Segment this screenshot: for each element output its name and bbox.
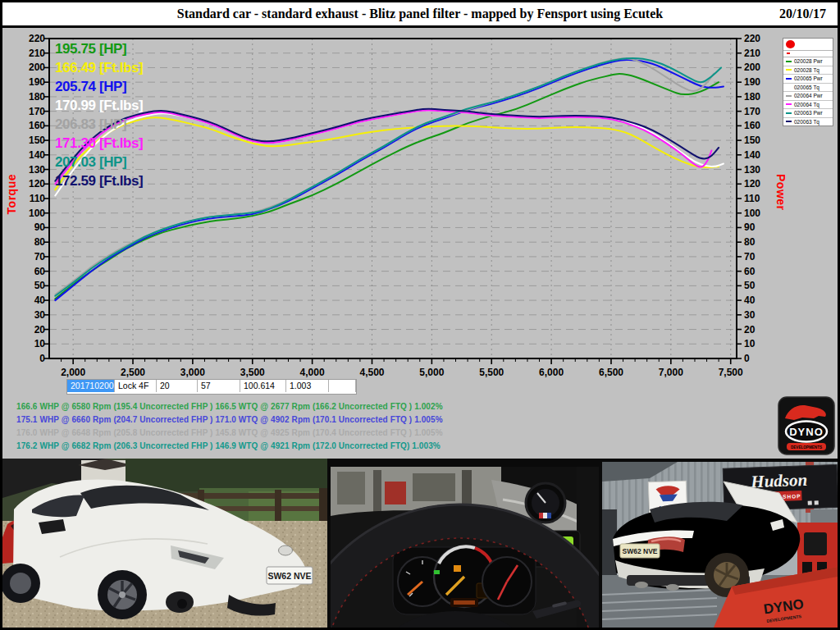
torque-tick-label: 150	[22, 135, 45, 146]
legend-item-020064-pwr[interactable]: 020064 Pwr	[783, 92, 833, 101]
torque-tick-label: 200	[22, 62, 45, 73]
rpm-tick-label: 7,500	[705, 367, 757, 378]
legend-item-label: 020064 Pwr	[794, 93, 823, 98]
torque-tick-label: 160	[22, 120, 45, 131]
legend-item-020064-tq[interactable]: 020064 Tq	[783, 101, 833, 110]
power-tick-label: 130	[744, 164, 767, 176]
legend-dash-icon	[786, 61, 792, 62]
gauge-stripe-white	[543, 513, 547, 518]
logo-sub: DEVELOPMENTS	[791, 445, 822, 450]
power-tick-label: 20	[744, 324, 767, 336]
torque-tick-label: 190	[22, 76, 45, 88]
fog-lamp	[177, 599, 187, 609]
workshop-post	[373, 470, 381, 513]
rpm-tick-label: 5,500	[465, 367, 518, 378]
summary-cell-0[interactable]: 20171020061	[67, 380, 115, 392]
torque-tick-label: 80	[22, 236, 45, 248]
rpm-tick-label: 6,000	[525, 367, 578, 378]
peak-readout-020064-tq: 171.30 [Ft.lbs]	[55, 134, 143, 153]
cabinet-panel	[804, 532, 827, 555]
torque-tick-label: 70	[22, 251, 45, 262]
torque-tick-label: 0	[22, 353, 45, 364]
torque-tick-label: 180	[22, 91, 45, 103]
summary-cell-6[interactable]	[329, 380, 356, 392]
peak-readout-020065-pwr: 205.74 [HP]	[55, 77, 143, 96]
run-status-line-0: 166.6 WHP @ 6580 Rpm (195.4 Uncorrected …	[16, 400, 443, 413]
legend-item-label: 020028 Tq	[794, 67, 819, 73]
fence-post	[319, 488, 327, 526]
dashboard-photo: 0.99 0	[331, 467, 599, 628]
torque-tick-label: 130	[22, 164, 45, 176]
run-summary-row: 20171020061Lock 4F2057100.6141.003	[66, 379, 357, 395]
dyno-bay-photo: LINC Hudson SPEED SHOP	[602, 462, 838, 628]
hedge	[126, 459, 327, 491]
dyno-developments-logo: DYNO DEVELOPMENTS	[778, 396, 835, 455]
toyota-badge	[279, 546, 293, 555]
summary-cell-2[interactable]: 20	[157, 380, 198, 392]
power-tick-label: 40	[744, 294, 767, 306]
run-status-line-3: 176.2 WHP @ 6682 Rpm (206.3 Uncorrected …	[16, 440, 443, 453]
power-tick-label: 160	[744, 120, 767, 131]
curve-020028-pwr	[55, 74, 719, 299]
torque-tick-label: 20	[22, 324, 45, 336]
exhaust-tip	[666, 584, 679, 591]
power-tick-label: 170	[744, 106, 767, 117]
rpm-tick-label: 3,500	[226, 367, 279, 378]
legend-item-020028-pwr[interactable]: 020028 Pwr	[783, 57, 833, 66]
peak-readout-020065-tq: 170.99 [Ft.lbs]	[55, 96, 143, 115]
legend-dash-icon	[786, 78, 792, 80]
summary-cell-5[interactable]: 1.003	[286, 380, 329, 392]
summary-cell-4[interactable]: 100.614	[240, 380, 286, 392]
summary-cell-3[interactable]: 57	[198, 380, 240, 392]
banner-title: Hudson	[750, 470, 808, 491]
legend-item-020063-pwr[interactable]: 020063 Pwr	[783, 109, 833, 118]
legend-item-label: 020063 Tq	[794, 119, 819, 125]
torque-tick-label: 110	[22, 193, 45, 204]
rpm-tick-label: 4,000	[286, 367, 339, 378]
wheel-hub	[119, 591, 126, 598]
banner-icon	[808, 501, 812, 505]
gauge-stripe-blue	[547, 513, 551, 518]
exhaust-tip	[635, 582, 648, 588]
legend-item-label: 020063 Pwr	[794, 110, 823, 116]
power-tick-label: 50	[744, 280, 767, 291]
curve-020063-pwr	[55, 58, 721, 296]
power-tick-label: 190	[744, 76, 767, 88]
legend-item-020063-tq[interactable]: 020063 Tq	[783, 118, 833, 126]
power-tick-label: 80	[744, 236, 767, 248]
run-status-line-1: 175.1 WHP @ 6660 Rpm (204.7 Uncorrected …	[16, 413, 443, 427]
legend-item-label: 020064 Tq	[794, 102, 819, 107]
torque-axis-title: Torque	[5, 174, 18, 214]
legend-dash-icon	[786, 95, 792, 97]
legend-item-020028-tq[interactable]: 020028 Tq	[783, 66, 833, 75]
peak-readouts: 195.75 [HP]166.49 [Ft.lbs]205.74 [HP]170…	[55, 39, 143, 190]
torque-tick-label: 60	[22, 266, 45, 277]
legend-item-020065-pwr[interactable]: 020065 Pwr	[783, 75, 833, 84]
power-tick-label: 30	[744, 309, 767, 321]
legend-dash-icon	[786, 103, 792, 105]
summary-cell-1[interactable]: Lock 4F	[115, 380, 157, 392]
title-bar: Standard car - standard exhaust - Blitz …	[2, 2, 838, 28]
legend-item-020065-tq[interactable]: 020065 Tq	[783, 84, 833, 93]
dyno-report-page: Standard car - standard exhaust - Blitz …	[0, 0, 840, 630]
power-tick-label: 0	[744, 353, 767, 364]
front-plate-text: SW62 NVE	[267, 571, 311, 581]
legend-rows: 020028 Pwr020028 Tq020065 Pwr020065 Tq02…	[783, 57, 833, 126]
power-axis-title: Power	[774, 174, 788, 211]
car-front-photo: SW62 NVE	[2, 459, 327, 628]
peak-readout-020063-tq: 172.59 [Ft.lbs]	[55, 171, 143, 190]
legend-subheader[interactable]	[783, 51, 833, 57]
power-tick-label: 150	[744, 135, 767, 146]
workshop-bench	[413, 473, 455, 501]
power-tick-label: 220	[744, 33, 767, 44]
torque-tick-label: 140	[22, 149, 45, 161]
curve-020065-tq	[55, 110, 724, 195]
legend-header[interactable]	[783, 39, 833, 51]
torque-tick-label: 220	[22, 33, 45, 44]
run-status-line-2: 176.0 WHP @ 6648 Rpm (205.8 Uncorrected …	[16, 427, 443, 440]
power-tick-label: 100	[744, 208, 767, 219]
rpm-tick-label: 2,000	[47, 367, 99, 378]
legend-dash-icon	[786, 112, 792, 114]
power-tick-label: 60	[744, 266, 767, 277]
curve-020064-pwr	[55, 58, 714, 294]
